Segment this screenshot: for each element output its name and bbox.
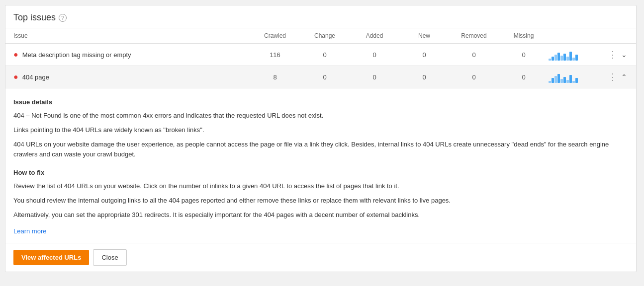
col-header-change: Change	[300, 32, 350, 39]
error-icon-1: ●	[13, 50, 18, 59]
table-row: ● Meta description tag missing or empty …	[5, 44, 636, 66]
col-header-removed: Removed	[449, 32, 499, 39]
col-header-new: New	[399, 32, 449, 39]
chart-1	[549, 49, 608, 61]
added-2: 0	[350, 73, 399, 81]
new-1: 0	[399, 51, 449, 59]
crawled-2: 8	[250, 73, 300, 81]
issue-details-title: Issue details	[13, 98, 628, 106]
col-header-actions	[608, 32, 628, 39]
footer-actions: View affected URLs Close	[5, 243, 636, 272]
fix-para-2: You should review the internal outgoing …	[13, 196, 628, 206]
dots-menu-1[interactable]: ⋮	[607, 49, 618, 60]
close-button[interactable]: Close	[93, 249, 126, 266]
missing-2: 0	[499, 73, 549, 81]
how-to-fix-section: How to fix Review the list of 404 URLs o…	[13, 169, 628, 220]
change-1: 0	[300, 51, 350, 59]
learn-more-link[interactable]: Learn more	[13, 227, 46, 235]
panel-title: Top issues	[13, 12, 56, 23]
removed-1: 0	[449, 51, 499, 59]
added-1: 0	[350, 51, 399, 59]
detail-panel: Issue details 404 – Not Found is one of …	[5, 88, 636, 243]
chevron-up-2[interactable]: ⌃	[620, 72, 628, 82]
col-header-crawled: Crawled	[250, 32, 300, 39]
detail-para-1: 404 – Not Found is one of the most commo…	[13, 111, 628, 121]
col-header-issue: Issue	[13, 32, 250, 39]
issue-cell-2: ● 404 page	[13, 72, 250, 81]
row-actions-1: ⋮ ⌄	[608, 49, 628, 60]
chevron-down-1[interactable]: ⌄	[620, 50, 628, 60]
how-to-fix-title: How to fix	[13, 169, 628, 176]
help-icon[interactable]: ?	[59, 14, 67, 22]
panel-header: Top issues ?	[5, 5, 636, 28]
col-header-added: Added	[350, 32, 399, 39]
fix-para-1: Review the list of 404 URLs on your webs…	[13, 181, 628, 192]
issue-name-2: 404 page	[22, 73, 49, 81]
detail-para-3: 404 URLs on your website damage the user…	[13, 140, 628, 160]
new-2: 0	[399, 73, 449, 81]
removed-2: 0	[449, 73, 499, 81]
issue-cell-1: ● Meta description tag missing or empty	[13, 50, 250, 59]
chart-2	[549, 71, 608, 83]
view-affected-urls-button[interactable]: View affected URLs	[13, 250, 89, 265]
col-header-missing: Missing	[499, 32, 549, 39]
col-header-chart	[549, 32, 608, 39]
dots-menu-2[interactable]: ⋮	[607, 72, 618, 82]
change-2: 0	[300, 73, 350, 81]
error-icon-2: ●	[13, 72, 18, 81]
detail-para-2: Links pointing to the 404 URLs are widel…	[13, 125, 628, 136]
top-issues-panel: Top issues ? Issue Crawled Change Added …	[5, 5, 637, 272]
table-row: ● 404 page 8 0 0 0 0 0 ⋮ ⌃	[5, 66, 636, 88]
crawled-1: 116	[250, 51, 300, 59]
fix-para-3: Alternatively, you can set the appropria…	[13, 210, 628, 220]
missing-1: 0	[499, 51, 549, 59]
table-header: Issue Crawled Change Added New Removed M…	[5, 28, 636, 44]
row-actions-2: ⋮ ⌃	[608, 72, 628, 82]
issue-name-1: Meta description tag missing or empty	[22, 51, 131, 59]
